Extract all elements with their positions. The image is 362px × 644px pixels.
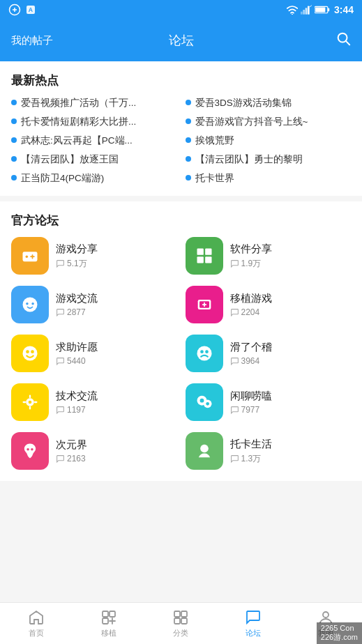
- hot-topic-item[interactable]: 【清云团队】放逐王国: [11, 153, 177, 167]
- forum-item-count: 1197: [56, 405, 177, 415]
- forum-item-info: 求助许愿 5440: [56, 341, 177, 366]
- hot-topic-item[interactable]: 挨饿荒野: [186, 135, 352, 148]
- svg-rect-45: [110, 611, 115, 617]
- hot-topic-text: 爱吾视频推广活动（千万...: [21, 97, 136, 110]
- forum-item-info: 软件分享 1.9万: [230, 243, 352, 270]
- hot-topic-text: 挨饿荒野: [195, 135, 234, 148]
- hot-topic-item[interactable]: 【清云团队】勇士的黎明: [186, 153, 352, 167]
- svg-text:A: A: [29, 6, 33, 13]
- svg-point-41: [27, 448, 29, 451]
- forum-item[interactable]: 次元界 2163: [11, 432, 177, 470]
- svg-rect-7: [308, 6, 310, 15]
- forum-item-icon: [11, 335, 49, 372]
- forum-item-count: 2204: [230, 307, 352, 317]
- svg-point-3: [292, 14, 293, 15]
- svg-point-32: [29, 401, 32, 404]
- svg-rect-10: [328, 8, 329, 12]
- forum-item-count: 5.1万: [56, 258, 177, 270]
- svg-point-15: [26, 256, 29, 259]
- svg-rect-17: [205, 249, 211, 255]
- svg-rect-34: [29, 406, 31, 410]
- forum-item[interactable]: 技术交流 1197: [11, 383, 177, 421]
- forum-item[interactable]: 移植游戏 2204: [186, 286, 352, 323]
- svg-point-51: [323, 612, 329, 618]
- hot-topic-text: 【清云团队】勇士的黎明: [195, 153, 303, 167]
- nav-label-forum: 论坛: [246, 628, 261, 638]
- forum-item-info: 次元界 2163: [56, 438, 177, 463]
- forum-item[interactable]: 软件分享 1.9万: [186, 237, 352, 275]
- forum-item[interactable]: 托卡生活 1.3万: [186, 432, 352, 470]
- forum-item-name: 闲聊唠嗑: [230, 390, 352, 403]
- watermark: 2265 Con 226游.com: [317, 622, 362, 644]
- comment-icon: [56, 357, 65, 366]
- forum-item-icon: [11, 237, 49, 275]
- status-left-icons: A: [8, 3, 36, 16]
- svg-rect-50: [181, 618, 187, 624]
- hot-dot: [186, 137, 191, 143]
- hot-topic-text: 武林志:风云再起【PC端...: [21, 135, 133, 148]
- hot-dot: [186, 100, 191, 105]
- hot-topic-text: 爱吾3DS游戏活动集锦: [195, 97, 292, 110]
- forum-item[interactable]: 游戏交流 2877: [11, 286, 177, 323]
- svg-rect-46: [103, 618, 108, 624]
- forum-item-name: 滑了个稽: [230, 341, 352, 354]
- hot-dot: [11, 156, 17, 162]
- search-button[interactable]: [335, 31, 351, 50]
- nav-item-forum[interactable]: 论坛: [217, 603, 289, 644]
- comment-icon: [230, 406, 239, 415]
- app-icon-2: A: [25, 4, 36, 15]
- forum-item[interactable]: 滑了个稽 3964: [186, 335, 352, 372]
- svg-point-30: [205, 351, 209, 354]
- forum-item-info: 闲聊唠嗑 7977: [230, 390, 352, 415]
- hot-topic-text: 正当防卫4(PC端游): [21, 172, 104, 185]
- my-posts-link[interactable]: 我的帖子: [11, 34, 53, 47]
- forum-item-icon: [11, 383, 49, 421]
- status-right-icons: 3:44: [287, 4, 354, 15]
- wifi-icon: [287, 5, 298, 15]
- svg-rect-47: [174, 611, 180, 617]
- hot-dot: [11, 118, 17, 124]
- forum-item-count: 7977: [230, 405, 352, 415]
- forum-item-icon: [186, 383, 223, 421]
- nav-item-category[interactable]: 分类: [145, 603, 218, 644]
- svg-rect-44: [103, 611, 108, 617]
- svg-line-13: [346, 41, 349, 45]
- forum-icon: [245, 609, 262, 626]
- hot-topic-item[interactable]: 爱吾游戏官方抖音号上线~: [186, 116, 352, 129]
- forum-item-icon: [11, 286, 49, 323]
- hot-topic-item[interactable]: 托卡世界: [186, 172, 352, 185]
- forum-item[interactable]: 求助许愿 5440: [11, 335, 177, 372]
- forum-item-icon: [186, 237, 223, 275]
- forum-item[interactable]: 游戏分享 5.1万: [11, 237, 177, 275]
- signal-icon: [301, 5, 312, 15]
- hot-topics-grid: 爱吾视频推广活动（千万... 爱吾3DS游戏活动集锦 托卡爱情短剧精彩大比拼..…: [11, 97, 351, 185]
- hot-topic-item[interactable]: 托卡爱情短剧精彩大比拼...: [11, 116, 177, 129]
- forum-item-icon: [186, 432, 223, 470]
- hot-dot: [11, 137, 17, 143]
- forum-item-info: 游戏交流 2877: [56, 292, 177, 317]
- watermark-line1: 2265 Con: [321, 624, 358, 632]
- forum-item-name: 托卡生活: [230, 438, 352, 451]
- app-icon-1: [8, 3, 21, 16]
- hot-topic-item[interactable]: 爱吾视频推广活动（千万...: [11, 97, 177, 110]
- hot-dot: [11, 175, 17, 181]
- time-display: 3:44: [334, 4, 354, 15]
- forum-grid: 游戏分享 5.1万 软件分享 1.9万 游戏交流: [11, 237, 351, 470]
- svg-point-42: [31, 448, 33, 451]
- forum-item-count: 1.9万: [230, 258, 352, 270]
- svg-rect-33: [29, 395, 31, 399]
- nav-item-home[interactable]: 首页: [0, 603, 73, 644]
- forum-item[interactable]: 闲聊唠嗑 7977: [186, 383, 352, 421]
- svg-point-28: [197, 346, 211, 361]
- forum-item-name: 软件分享: [230, 243, 352, 256]
- nav-item-transfer[interactable]: 移植: [73, 603, 145, 644]
- hot-topic-item[interactable]: 爱吾3DS游戏活动集锦: [186, 97, 352, 110]
- hot-topic-item[interactable]: 正当防卫4(PC端游): [11, 172, 177, 185]
- hot-dot: [186, 175, 191, 181]
- forum-item-count: 3964: [230, 356, 352, 366]
- watermark-line2: 226游.com: [321, 632, 358, 643]
- hot-topic-item[interactable]: 武林志:风云再起【PC端...: [11, 135, 177, 148]
- hot-topic-text: 托卡爱情短剧精彩大比拼...: [21, 116, 136, 129]
- hot-topics-section: 最新热点 爱吾视频推广活动（千万... 爱吾3DS游戏活动集锦 托卡爱情短剧精彩…: [0, 61, 362, 196]
- transfer-icon: [100, 609, 117, 626]
